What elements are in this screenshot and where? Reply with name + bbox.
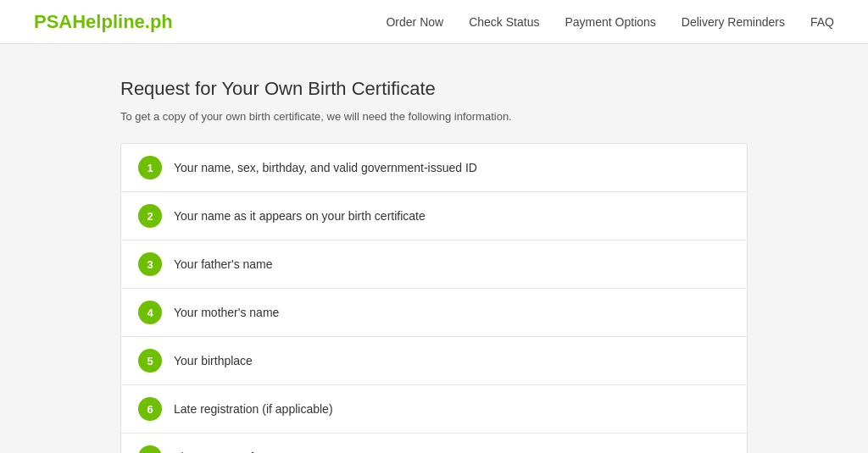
nav-delivery-reminders[interactable]: Delivery Reminders (682, 15, 785, 29)
step-badge-7: 7 (138, 445, 162, 453)
site-header: PSAHelpline.ph Order Now Check Status Pa… (0, 0, 868, 44)
step-badge-6: 6 (138, 397, 162, 421)
step-label-3: Your father's name (174, 257, 273, 271)
main-nav: Order Now Check Status Payment Options D… (386, 15, 834, 29)
step-label-6: Late registration (if applicable) (174, 402, 333, 416)
list-item: 4 Your mother's name (121, 289, 747, 337)
step-label-5: Your birthplace (174, 354, 253, 367)
step-label-1: Your name, sex, birthday, and valid gove… (174, 161, 477, 174)
nav-check-status[interactable]: Check Status (469, 15, 539, 29)
list-item: 1 Your name, sex, birthday, and valid go… (121, 144, 747, 192)
step-badge-1: 1 (138, 156, 162, 180)
list-item: 7 The purpose of your request (121, 434, 747, 453)
step-label-4: Your mother's name (174, 306, 279, 319)
step-label-2: Your name as it appears on your birth ce… (174, 209, 426, 223)
nav-payment-options[interactable]: Payment Options (565, 15, 655, 29)
site-logo: PSAHelpline.ph (34, 11, 173, 33)
step-badge-5: 5 (138, 349, 162, 373)
page-title: Request for Your Own Birth Certificate (120, 78, 748, 100)
nav-faq[interactable]: FAQ (810, 15, 834, 29)
requirements-list: 1 Your name, sex, birthday, and valid go… (120, 143, 748, 453)
list-item: 3 Your father's name (121, 240, 747, 289)
list-item: 2 Your name as it appears on your birth … (121, 192, 747, 240)
list-item: 5 Your birthplace (121, 337, 747, 385)
step-badge-4: 4 (138, 301, 162, 324)
step-badge-2: 2 (138, 204, 162, 228)
list-item: 6 Late registration (if applicable) (121, 385, 747, 434)
step-badge-3: 3 (138, 252, 162, 276)
main-content: Request for Your Own Birth Certificate T… (103, 44, 765, 453)
page-subtitle: To get a copy of your own birth certific… (120, 110, 748, 123)
nav-order-now[interactable]: Order Now (386, 15, 443, 29)
